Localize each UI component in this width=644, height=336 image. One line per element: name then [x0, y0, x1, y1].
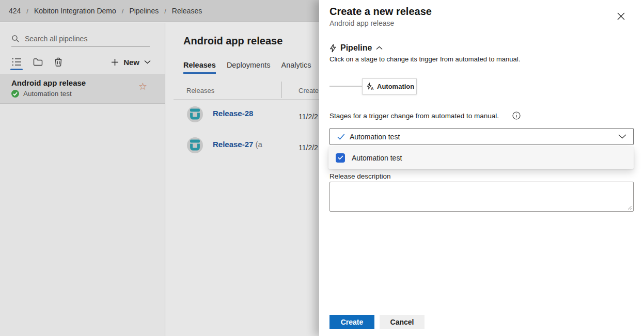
pipeline-status: Automation test [11, 90, 72, 98]
checked-checkbox-icon[interactable] [336, 153, 345, 163]
breadcrumb-item-project[interactable]: Kobiton Integration Demo [28, 7, 122, 15]
create-button[interactable]: Create [329, 315, 374, 329]
svg-text:A: A [371, 86, 374, 90]
breadcrumb-item-releases[interactable]: Releases [166, 7, 208, 15]
sidebar-item-android-app-release[interactable]: Android app release Automation test ☆ [0, 74, 165, 104]
pipeline-stage-label: Automation test [23, 90, 72, 98]
release-link[interactable]: Release-27 (a [213, 140, 262, 149]
stages-dropdown[interactable]: Automation test [329, 128, 634, 145]
table-row[interactable]: Release-28 11/2/2 [166, 106, 319, 137]
breadcrumb-item-pipelines[interactable]: Pipelines [123, 7, 164, 15]
list-view-icon[interactable] [11, 57, 22, 67]
tab-releases[interactable]: Releases [183, 61, 216, 74]
trigger-bolt-icon [329, 44, 336, 53]
stage-connector [329, 86, 362, 87]
new-button-label: New [123, 58, 139, 67]
cancel-button[interactable]: Cancel [380, 315, 425, 329]
breadcrumb-item-org[interactable]: 424 [3, 7, 26, 15]
new-pipeline-button[interactable]: New [111, 58, 151, 67]
pipeline-section-header[interactable]: Pipeline [329, 43, 383, 53]
pipeline-section-label: Pipeline [340, 43, 372, 53]
sidebar-toolbar: New [11, 55, 151, 69]
description-label: Release description [329, 172, 391, 180]
release-suffix: (a [256, 140, 262, 149]
selected-check-icon [337, 134, 345, 140]
stages-dropdown-value: Automation test [350, 133, 400, 141]
stages-dropdown-callout: Automation test [328, 147, 634, 169]
page-title: Android app release [183, 35, 282, 47]
panel-actions: Create Cancel [329, 315, 425, 329]
dropdown-option-label: Automation test [352, 154, 402, 162]
release-created-date: 11/2/2 [299, 143, 318, 152]
pipelines-sidebar: New Android app release Automation test … [0, 23, 165, 336]
close-icon[interactable] [616, 11, 626, 21]
pipeline-name: Android app release [11, 78, 86, 87]
chevron-down-icon [618, 134, 626, 139]
column-header-created: Create [299, 87, 319, 94]
favorite-star-icon[interactable]: ☆ [138, 82, 147, 91]
release-icon [187, 106, 203, 122]
release-created-date: 11/2/2 [299, 113, 318, 121]
tab-bar: Releases Deployments Analytics [183, 61, 311, 74]
table-row[interactable]: Release-27 (a 11/2/2 [166, 137, 319, 168]
dropdown-option-automation-test[interactable]: Automation test [328, 147, 634, 169]
release-description-input[interactable] [329, 182, 634, 212]
tab-analytics[interactable]: Analytics [281, 61, 311, 74]
stages-field-label-row: Stages for a trigger change from automat… [329, 111, 521, 120]
release-link[interactable]: Release-28 [213, 109, 253, 118]
app-screen: 424 / Kobiton Integration Demo / Pipelin… [0, 0, 644, 336]
automated-trigger-icon: A [366, 83, 374, 90]
panel-subtitle: Android app release [329, 19, 394, 27]
column-divider [281, 82, 282, 98]
chevron-up-icon [376, 46, 383, 50]
folder-view-icon[interactable] [33, 58, 43, 66]
stage-node-label: Automation [377, 83, 414, 90]
trash-icon[interactable] [54, 57, 62, 67]
pipeline-section-hint: Click on a stage to change its trigger f… [329, 55, 520, 63]
search-icon [11, 35, 20, 43]
chevron-down-icon [144, 60, 151, 64]
search-input[interactable] [25, 35, 150, 43]
plus-icon [111, 58, 119, 66]
success-check-icon [11, 90, 19, 98]
search-box [11, 31, 150, 46]
table-header-rule [174, 99, 319, 100]
tab-deployments[interactable]: Deployments [227, 61, 271, 74]
column-header-releases: Releases [186, 87, 214, 94]
info-icon[interactable] [512, 111, 521, 120]
releases-page: Android app release Releases Deployments… [166, 23, 319, 336]
release-icon [187, 137, 203, 153]
stages-field-label: Stages for a trigger change from automat… [329, 112, 499, 120]
stage-node-automation-test[interactable]: A Automation t [362, 78, 417, 94]
panel-title: Create a new release [329, 6, 432, 18]
create-release-panel: Create a new release Android app release… [319, 0, 644, 336]
breadcrumb: 424 / Kobiton Integration Demo / Pipelin… [0, 0, 319, 22]
